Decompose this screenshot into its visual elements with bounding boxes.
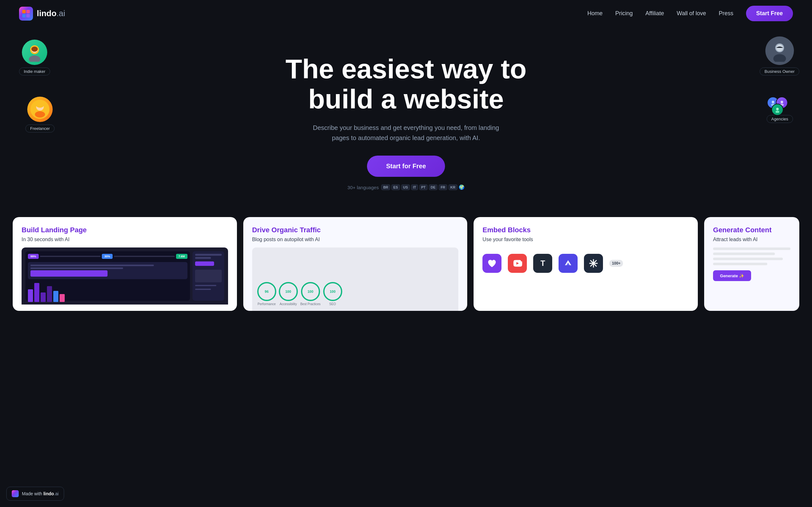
hero-title: The easiest way to build a website — [282, 54, 530, 114]
svg-rect-0 — [22, 10, 26, 13]
avatar-business-owner-image — [765, 37, 794, 65]
lang-br: BR — [381, 184, 390, 190]
embed-icon-asterisk — [584, 254, 603, 273]
feature-subtitle-landing-page: In 30 seconds with AI — [21, 237, 228, 242]
feature-subtitle-embed-blocks: Use your favorite tools — [483, 237, 689, 242]
embed-icon-heart — [483, 254, 502, 273]
navbar: lindo.ai Home Pricing Affiliate Wall of … — [0, 0, 812, 27]
preview-left: 99% 30% 7.6M — [26, 251, 190, 301]
embed-icons-grid: T 100+ — [483, 247, 689, 279]
svg-rect-1 — [26, 10, 30, 13]
svg-rect-3 — [26, 14, 30, 17]
lang-kr: KR — [449, 184, 457, 190]
preview-right — [193, 251, 224, 301]
avatar-indie-maker-image — [22, 40, 47, 65]
svg-point-20 — [776, 108, 779, 110]
feature-subtitle-generate-content: Attract leads with AI — [713, 237, 791, 242]
logo-text: lindo.ai — [37, 9, 65, 18]
svg-rect-2 — [22, 14, 26, 17]
feature-title-organic-traffic: Drive Organic Traffic — [252, 226, 459, 234]
feature-title-generate-content: Generate Content — [713, 226, 791, 234]
embed-icon-vuetify — [559, 254, 577, 273]
nav-item-wall-of-love[interactable]: Wall of love — [677, 10, 706, 17]
embed-icon-t: T — [533, 254, 552, 273]
nav-start-free-button[interactable]: Start Free — [746, 6, 793, 21]
feature-card-embed-blocks: Embed Blocks Use your favorite tools T — [473, 217, 698, 311]
svg-point-11 — [36, 102, 44, 108]
freelancer-label: Freelancer — [26, 124, 55, 132]
hero-section: Indie maker Freelancer Business Owner — [0, 27, 812, 211]
lang-fr: FR — [439, 184, 447, 190]
nav-item-press[interactable]: Press — [719, 10, 733, 17]
lang-pt: PT — [419, 184, 427, 190]
embed-icon-youtube — [508, 254, 527, 273]
avatar-freelancer-image — [27, 97, 53, 122]
lang-it: IT — [411, 184, 418, 190]
feature-title-landing-page: Build Landing Page — [21, 226, 228, 234]
languages-prefix: 30+ languages — [347, 185, 379, 190]
language-badges: BR ES US IT PT DE FR KR 🌍 — [381, 184, 465, 190]
svg-point-16 — [772, 101, 774, 103]
lang-de: DE — [429, 184, 438, 190]
nav-links: Home Pricing Affiliate Wall of love Pres… — [588, 10, 733, 17]
svg-point-5 — [29, 55, 40, 62]
hero-start-free-button[interactable]: Start for Free — [367, 156, 445, 177]
lang-us: US — [401, 184, 410, 190]
avatar-indie-maker: Indie maker — [19, 40, 50, 75]
feature-card-generate-content: Generate Content Attract leads with AI G… — [704, 217, 799, 311]
logo-icon — [19, 7, 33, 20]
made-with-text: Made with lindo.ai — [22, 491, 59, 496]
hero-subtitle: Describe your business and get everythin… — [308, 123, 504, 143]
avatar-agencies-image — [767, 97, 792, 112]
feature-title-embed-blocks: Embed Blocks — [483, 226, 689, 234]
avatar-business-owner: Business Owner — [760, 37, 799, 75]
made-with-badge: Made with lindo.ai — [6, 487, 64, 501]
embed-plus-count: 100+ — [609, 260, 623, 267]
nav-item-home[interactable]: Home — [588, 10, 603, 17]
nav-item-affiliate[interactable]: Affiliate — [646, 10, 664, 17]
performance-metrics: 96 Performance 100 Accessibility 100 Bes… — [257, 282, 454, 306]
svg-point-18 — [780, 101, 783, 103]
feature-subtitle-organic-traffic: Blog posts on autopilot with AI — [252, 237, 459, 242]
svg-point-7 — [32, 47, 38, 52]
feature-card-landing-page: Build Landing Page In 30 seconds with AI… — [13, 217, 237, 311]
hero-languages: 30+ languages BR ES US IT PT DE FR KR 🌍 — [347, 184, 464, 190]
svg-point-10 — [35, 111, 45, 118]
business-owner-label: Business Owner — [760, 67, 799, 75]
features-row: Build Landing Page In 30 seconds with AI… — [0, 211, 812, 311]
logo[interactable]: lindo.ai — [19, 7, 65, 20]
agencies-label: Agencies — [767, 115, 793, 123]
svg-point-21 — [775, 111, 779, 113]
lang-es: ES — [392, 184, 400, 190]
indie-maker-label: Indie maker — [19, 67, 50, 75]
globe-icon: 🌍 — [459, 184, 465, 190]
landing-page-preview: 99% 30% 7.6M — [21, 247, 228, 304]
avatar-freelancer: Freelancer — [26, 97, 55, 132]
made-with-logo-icon — [12, 490, 19, 497]
feature-card-organic-traffic: Drive Organic Traffic Blog posts on auto… — [243, 217, 467, 311]
nav-item-pricing[interactable]: Pricing — [615, 10, 633, 17]
avatar-agencies: Agencies — [767, 97, 793, 123]
